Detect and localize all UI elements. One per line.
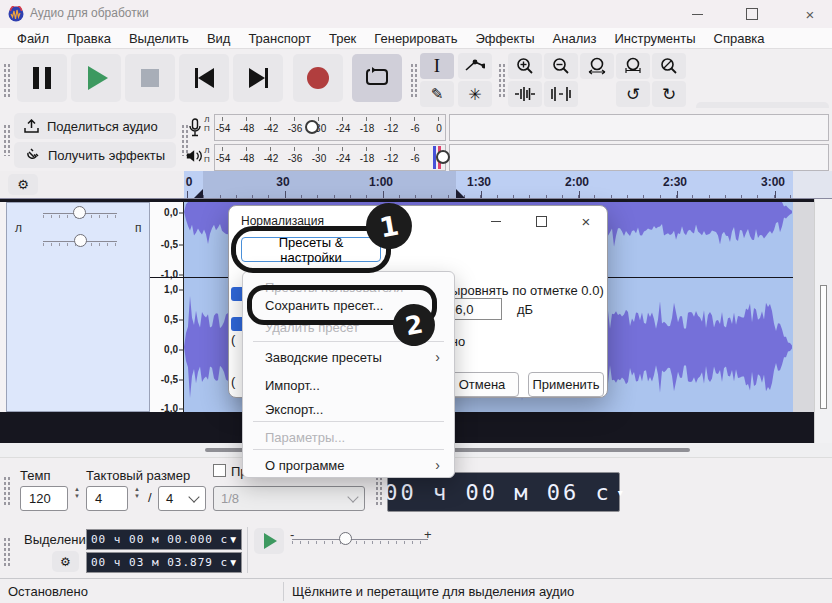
vertical-scrollbar[interactable] [814,199,832,443]
zoom-selection-button[interactable] [580,53,614,79]
loop-region[interactable] [203,171,456,198]
track-control-panel[interactable]: л п [6,202,150,412]
dialog-close-button[interactable]: × [571,210,601,232]
tempo-input[interactable]: 120 [20,486,68,511]
maximize-button[interactable] [730,0,774,28]
vertical-ruler[interactable]: 0,0 -0,5 -1,0 1,0 0,5 0,0 -0,5 -1,0 [150,202,184,412]
menu-item-import[interactable]: Импорт... [245,375,452,395]
speed-slider-ticks [292,541,428,544]
toolbar-grip[interactable] [375,476,382,506]
pan-slider-thumb[interactable] [74,234,87,247]
trim-audio-button[interactable] [508,81,542,107]
zoom-toggle-button[interactable] [652,53,686,79]
beat-value-select[interactable]: 4 [158,486,206,511]
menu-edit[interactable]: Правка [58,31,120,46]
record-icon [307,67,329,89]
menu-item-export[interactable]: Экспорт... [245,399,452,419]
selection-tool-button[interactable]: I [420,53,454,79]
timeline-area: ⚙ 0 30 1:00 1:30 2:00 2:30 3:00 [0,171,832,199]
envelope-tool-button[interactable] [458,53,492,79]
dialog-maximize-button[interactable] [526,210,556,232]
cancel-button[interactable]: Отмена [445,372,519,397]
toolbar-grip[interactable] [410,63,417,97]
menu-tracks[interactable]: Трек [320,31,365,46]
tempo-spinner[interactable]: ▲▼ [70,486,84,500]
playback-meter-bar[interactable] [449,144,829,171]
skip-to-start-button[interactable] [179,54,229,102]
recording-meter-bar[interactable] [449,114,829,141]
toolbar-grip[interactable] [3,537,10,567]
trim-audio-icon [515,87,535,101]
toolbar-grip[interactable] [3,124,10,156]
draw-tool-button[interactable]: ✎ [420,81,454,107]
menu-help[interactable]: Справка [705,31,774,46]
selection-start-field[interactable]: 00 ч 00 м 00.000 с▼ [86,529,242,550]
gain-slider-thumb[interactable] [73,206,86,219]
audio-position-display[interactable]: 00 ч 00 м 06 с ▾ [387,472,620,512]
menu-select[interactable]: Выделить [120,31,198,46]
menu-view[interactable]: Вид [198,31,240,46]
speed-slider[interactable] [292,539,428,540]
timeline-options-button[interactable]: ⚙ [8,174,38,195]
beats-input[interactable]: 4 [86,486,128,511]
snap-checkbox[interactable] [213,464,226,477]
menu-item-about[interactable]: О программе › [245,455,452,475]
menu-transport[interactable]: Транспорт [239,31,320,46]
menu-analyze[interactable]: Анализ [544,31,606,46]
snap-value-select[interactable]: 1/8 [213,486,365,511]
menu-effects[interactable]: Эффекты [467,31,544,46]
toolbar-grip[interactable] [498,63,505,97]
ruler-tick-label: 3:00 [761,175,785,189]
minimize-button[interactable] [675,0,719,28]
record-button[interactable] [293,54,343,102]
recording-volume-slider[interactable] [305,120,319,134]
pause-button[interactable] [17,54,67,102]
audacity-logo-icon [8,6,24,22]
skip-to-end-button[interactable] [233,54,283,102]
share-audio-button[interactable]: Поделиться аудио [14,113,176,139]
zoom-out-button[interactable] [544,53,578,79]
loop-button[interactable] [352,54,402,102]
status-bar: Остановлено Щёлкните и перетащите для вы… [0,578,832,603]
window-title: Аудио для обработки [30,6,149,20]
speed-slider-thumb[interactable] [339,532,352,545]
play-at-speed-button[interactable] [254,528,284,554]
menu-file[interactable]: Файл [8,31,58,46]
ruler-tick-label: 0 [186,175,193,189]
loop-end-marker[interactable] [456,189,465,198]
redo-button[interactable]: ↻ [652,81,686,107]
playback-volume-slider[interactable] [436,150,450,164]
beats-spinner[interactable]: ▲▼ [130,486,144,500]
dialog-minimize-button[interactable] [481,210,511,232]
timeline-ruler[interactable]: 0 30 1:00 1:30 2:00 2:30 3:00 [184,171,832,198]
zoom-fit-icon [624,57,642,75]
menu-tools[interactable]: Инструменты [606,31,705,46]
menu-generate[interactable]: Генерировать [365,31,466,46]
recording-meter-scale[interactable]: -54 -48 -42 -36 -30 -24 -18 -12 -6 0 [214,114,446,141]
stop-button[interactable] [125,54,175,102]
playback-speaker-icon [186,149,204,163]
zoom-in-button[interactable] [508,53,542,79]
loop-start-marker[interactable] [194,189,203,198]
apply-button[interactable]: Применить [528,372,604,397]
silence-audio-button[interactable] [544,81,578,107]
status-state: Остановлено [8,584,88,599]
zoom-fit-button[interactable] [616,53,650,79]
multi-tool-button[interactable]: ✳ [458,81,492,107]
toolbar-grip[interactable] [3,476,10,506]
menu-item-factory-presets[interactable]: Заводские пресеты › [245,347,452,367]
vertical-scrollbar-thumb[interactable] [820,285,827,409]
selection-options-button[interactable]: ⚙ [52,551,79,572]
get-effects-button[interactable]: Получить эффекты [14,142,176,168]
ruler-after-project [793,171,832,198]
skip-start-icon [195,68,214,88]
asterisk-icon: ✳ [468,85,481,104]
tempo-label: Темп [20,468,50,483]
close-button[interactable]: × [788,0,832,28]
dropdown-caret-icon[interactable]: ▾ [618,487,623,498]
playback-meter-scale[interactable]: -54 -48 -42 -36 -30 -24 -18 -12 -6 0 [214,144,446,171]
play-button[interactable] [71,54,121,102]
undo-button[interactable]: ↺ [616,81,650,107]
selection-end-field[interactable]: 00 ч 03 м 03.879 с▼ [86,552,242,573]
toolbar-grip[interactable] [3,63,10,97]
